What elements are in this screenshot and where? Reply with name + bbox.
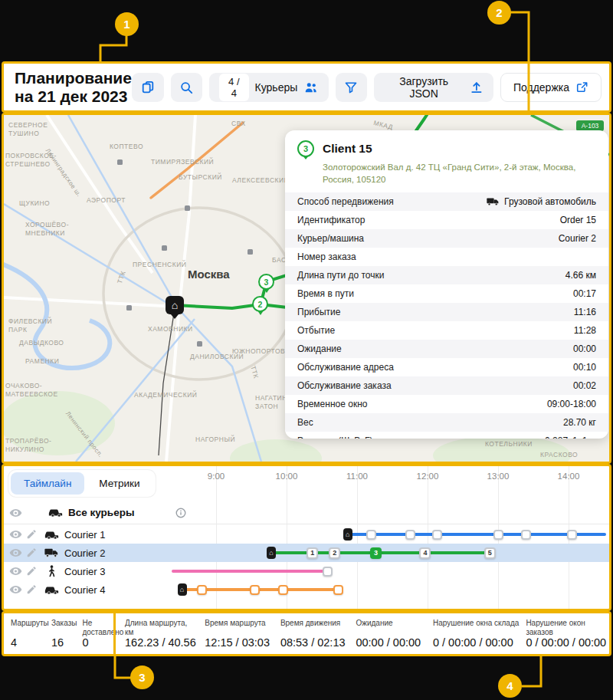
popup-rows[interactable]: Способ передвижения Грузовой автомобиль … [285,192,608,439]
stat-item: Длина маршрута, км 162.23 / 40.56 [125,619,198,649]
popup-header: 3 Client 15 Золоторожский Вал д. 42 ТЦ «… [285,130,608,192]
map-order-pin[interactable]: 3 [258,274,274,290]
couriers-label: Курьеры [255,81,298,94]
popup-detail-value: Order 15 [560,215,596,226]
view-tabs: Таймлайн Метрики [8,470,156,497]
courier-row-3[interactable]: Courier 3 [4,562,609,580]
map-district-label: СЕВЕРНОЕ ТУШИНО [8,121,48,138]
callout-1: 1 [115,12,139,36]
popup-detail-row: Обслуживание заказа 00:02 [285,376,608,395]
courier-row-4[interactable]: Courier 4 [4,580,609,599]
popup-detail-row: Время в пути 00:17 [285,284,608,303]
load-json-button[interactable]: Загрузить JSON [374,73,493,102]
courier-row-1[interactable]: Courier 1 [4,525,609,544]
stats-divider [113,613,116,654]
map-district-label: ХОРОШЁВО- МНЕВНИКИ [25,221,69,238]
car-icon [44,530,59,540]
couriers-icon [303,81,318,94]
map-section: СЕВЕРНОЕ ТУШИНОПОКРОВСКОЕ- СТРЕШНЕВОКОПТ… [2,113,611,464]
upload-icon [470,81,484,94]
map-order-pin[interactable]: 2 [252,296,268,312]
popup-detail-label: Прибытие [297,307,340,318]
header-toolbar: 4 / 4 Курьеры Загрузить JSON Поддержка [132,73,609,102]
edit-route-button[interactable] [26,566,37,577]
support-button[interactable]: Поддержка [500,73,602,102]
popup-detail-row: Номер заказа [285,248,608,266]
pedestrian-icon [48,565,56,577]
map-district-label: ПРЕСНЕНСКИЙ [133,261,186,269]
popup-detail-row: Размеры (ШхВхГ) 0.287х1х1 м [285,432,608,439]
edit-route-button[interactable] [26,584,37,595]
map-district-label: АЛЕКСЕЕВСКИЙ [232,176,289,185]
depot-map-marker[interactable]: ⌂ [166,296,184,314]
map-district-label: КОТЕЛЬНИКИ [485,440,533,449]
popup-client-title: Client 15 [323,142,372,156]
popup-detail-row: Вес 28.70 кг [285,413,608,432]
visibility-toggle[interactable] [9,585,22,594]
popup-order-pin: 3 [297,140,314,157]
map-district-label: РАМЕНКИ [25,357,59,366]
page-title-line1: Планирование [15,69,132,87]
popup-detail-label: Номер заказа [297,251,356,263]
map-district-label: ДАВЫДКОВО [19,339,64,347]
callout-2: 2 [487,1,511,25]
stats-right-group: Длина маршрута, км 162.23 / 40.56 Время … [125,613,609,654]
visibility-toggle[interactable] [9,530,22,539]
popup-detail-row: Обслуживание адреса 00:10 [285,358,608,376]
callout-3: 3 [130,665,154,689]
stat-value: 4 [11,636,46,649]
popup-detail-label: Отбытие [297,325,335,337]
visibility-toggle[interactable] [9,548,22,557]
popup-detail-label: Курьер/машина [297,233,364,245]
map-district-label: СВХ [231,120,246,128]
popup-detail-value: 00:02 [573,380,596,392]
popup-detail-label: Время в пути [297,288,354,300]
stats-bar: Маршруты 4 Заказы 16 Не доставлено 0 Дли… [2,611,611,656]
copy-button[interactable] [132,73,164,102]
popup-detail-label: Обслуживание адреса [297,362,394,373]
filter-button[interactable] [336,73,368,102]
stat-label: Длина маршрута, км [125,619,198,636]
popup-detail-value: 11:28 [574,325,596,337]
popup-detail-row: Курьер/машина Courier 2 [285,229,608,248]
stat-item: Нарушение окна склада 0 / 00:00 / 00:00 [433,619,519,649]
page-title-line2: на 21 дек 2023 [15,87,132,106]
tab-timeline[interactable]: Таймлайн [11,472,84,495]
map-district-label: ТРОПАРЁВО- НИКУЛИНО [5,437,51,454]
all-couriers-row[interactable]: Все курьеры [4,501,609,524]
search-button[interactable] [171,73,203,102]
map-district-label: АКАДЕМИЧЕСКИЙ [134,391,197,399]
map-district-label: ФИЛЕВСКИЙ ПАРК [8,317,52,334]
popup-detail-value: 4.66 км [565,270,596,281]
map-district-label: АЭРОПОРТ [87,196,126,205]
stat-label: Нарушение окна склада [433,619,519,628]
popup-detail-label: Ожидание [297,343,342,355]
courier-name: Courier 2 [64,547,105,559]
edit-route-button[interactable] [26,547,37,558]
visibility-toggle[interactable] [9,567,22,576]
couriers-button[interactable]: 4 / 4 Курьеры [209,73,329,102]
tab-metrics[interactable]: Метрики [86,472,152,495]
stat-label: Время движения [280,619,349,628]
edit-route-button[interactable] [26,529,37,540]
info-icon[interactable] [175,508,186,521]
map-canvas[interactable]: СЕВЕРНОЕ ТУШИНОПОКРОВСКОЕ- СТРЕШНЕВОКОПТ… [4,115,609,462]
stat-item: Не доставлено 0 [82,619,123,649]
popup-detail-row: Ожидание 00:00 [285,340,608,358]
popup-detail-label: Временное окно [297,399,367,410]
popup-detail-row: Временное окно 09:00-18:00 [285,395,608,413]
search-icon [179,81,193,94]
courier-name: Courier 4 [64,584,105,596]
stat-value: 0 / 00:00 / 00:00 [433,636,519,649]
courier-row-2[interactable]: Courier 2 [4,544,609,562]
support-label: Поддержка [513,81,569,94]
callout-4: 4 [498,674,522,698]
popup-detail-value: Грузовой автомобиль [487,196,596,208]
map-district-label: ХАМОВНИКИ [148,325,193,334]
stat-label: Не доставлено [82,619,123,636]
stat-value: 0 [82,636,123,649]
popup-detail-label: Идентификатор [297,215,365,226]
visibility-toggle[interactable] [9,508,22,518]
stat-item: Маршруты 4 [11,619,46,649]
page-title: Планирование на 21 дек 2023 [4,69,132,105]
